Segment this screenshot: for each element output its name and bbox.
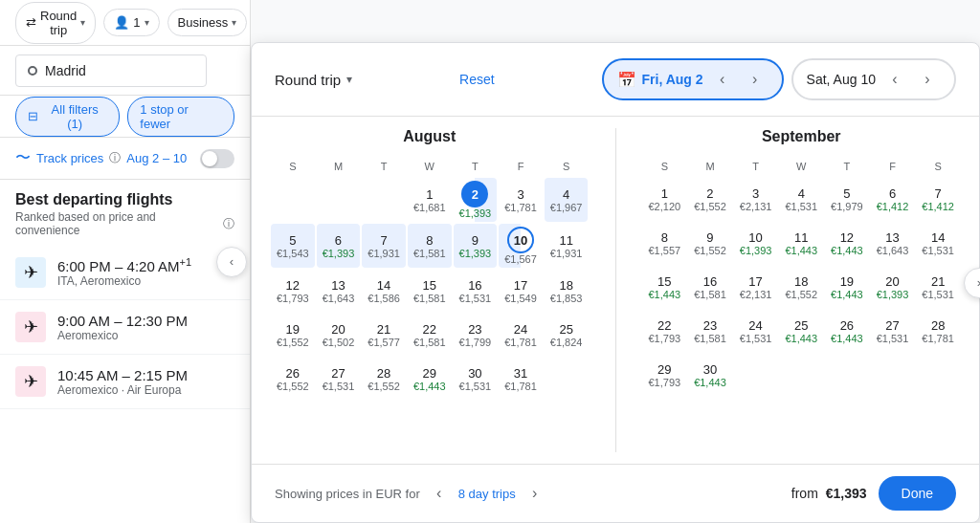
- best-flights-section: Best departing flights Ranked based on p…: [0, 180, 250, 245]
- aug-day-2[interactable]: 2€1,393: [454, 178, 498, 222]
- trip-duration-next-btn[interactable]: ›: [522, 480, 548, 507]
- date-to-next-btn[interactable]: ›: [914, 66, 941, 93]
- sep-day-4[interactable]: 4€1,531: [779, 178, 823, 220]
- all-filters-button[interactable]: ⊟ All filters (1): [15, 97, 120, 137]
- aug-day-19[interactable]: 19€1,552: [271, 314, 315, 356]
- aug-day-3[interactable]: 3€1,781: [499, 178, 543, 222]
- aug-day-1[interactable]: 1€1,681: [408, 178, 452, 222]
- aug-day-13[interactable]: 13€1,643: [317, 270, 361, 312]
- sep-day-23[interactable]: 23€1,581: [688, 310, 732, 352]
- aug-day-5[interactable]: 5€1,543: [271, 224, 315, 268]
- sep-day-12[interactable]: 12€1,443: [825, 222, 869, 264]
- aug-day-18[interactable]: 18€1,853: [545, 270, 589, 312]
- sep-day-8[interactable]: 8€1,557: [643, 222, 687, 264]
- aug-day-11[interactable]: 11€1,931: [545, 224, 589, 268]
- aug-day-6[interactable]: 6€1,393: [317, 224, 361, 268]
- aug-day-24[interactable]: 24€1,781: [499, 314, 543, 356]
- prev-nav-button[interactable]: ‹: [216, 247, 247, 277]
- sep-dow-s1: S: [643, 157, 687, 176]
- filter-icon: ⊟: [28, 109, 38, 123]
- aug-day-31[interactable]: 31€1,781: [499, 358, 543, 400]
- aug-day-20[interactable]: 20€1,502: [317, 314, 361, 356]
- sep-day-28[interactable]: 28€1,781: [916, 310, 960, 352]
- sep-day-18[interactable]: 18€1,552: [779, 266, 823, 308]
- calendar-divider: [615, 128, 616, 452]
- september-grid: S M T W T F S 1€2,120 2€1,552 3€2,131 4€…: [643, 157, 961, 396]
- sep-day-14[interactable]: 14€1,531: [916, 222, 960, 264]
- sep-dow-m1: M: [688, 157, 732, 176]
- aug-day-10[interactable]: 10€1,567: [499, 224, 543, 268]
- passengers-count: 1: [133, 15, 140, 30]
- aug-day-14[interactable]: 14€1,586: [362, 270, 406, 312]
- cal-date-to-pill[interactable]: Sat, Aug 10 ‹ ›: [791, 58, 956, 100]
- sep-day-26[interactable]: 26€1,443: [825, 310, 869, 352]
- aug-day-16[interactable]: 16€1,531: [454, 270, 498, 312]
- passengers-button[interactable]: 👤 1 ▾: [103, 9, 159, 36]
- calendar-footer: Showing prices in EUR for ‹ 8 day trips …: [252, 464, 979, 522]
- cal-date-pills: 📅 Fri, Aug 2 ‹ › Sat, Aug 10 ‹ ›: [602, 58, 956, 100]
- trip-type-button[interactable]: ⇄ Round trip ▾: [15, 2, 96, 44]
- cal-date-from-pill[interactable]: 📅 Fri, Aug 2 ‹ ›: [602, 58, 784, 100]
- flight-card-2[interactable]: ✈ 9:00 AM – 12:30 PM Aeromexico: [0, 300, 250, 355]
- sep-day-3[interactable]: 3€2,131: [734, 178, 778, 220]
- cal-reset-button[interactable]: Reset: [459, 72, 495, 87]
- aug-day-22[interactable]: 22€1,581: [408, 314, 452, 356]
- done-button[interactable]: Done: [879, 476, 956, 511]
- date-from-next-btn[interactable]: ›: [742, 66, 768, 93]
- flight-time-1: 6:00 PM – 4:20 AM+1: [57, 256, 191, 274]
- date-to-prev-btn[interactable]: ‹: [881, 66, 908, 93]
- trip-type-chevron: ▾: [80, 17, 85, 28]
- sep-day-19[interactable]: 19€1,443: [825, 266, 869, 308]
- aug-day-17[interactable]: 17€1,549: [499, 270, 543, 312]
- sep-day-15[interactable]: 15€1,443: [643, 266, 687, 308]
- sep-day-6[interactable]: 6€1,412: [871, 178, 915, 220]
- aug-day-27[interactable]: 27€1,531: [317, 358, 361, 400]
- aug-day-23[interactable]: 23€1,799: [454, 314, 498, 356]
- aug-day-7[interactable]: 7€1,931: [362, 224, 406, 268]
- trip-duration-prev-btn[interactable]: ‹: [426, 480, 453, 507]
- aug-day-12[interactable]: 12€1,793: [271, 270, 315, 312]
- stop-filter-chip[interactable]: 1 stop or fewer: [127, 97, 234, 137]
- aug-day-21[interactable]: 21€1,577: [362, 314, 406, 356]
- class-button[interactable]: Business ▾: [167, 9, 248, 36]
- aug-day-8[interactable]: 8€1,581: [408, 224, 452, 268]
- sep-day-21[interactable]: 21€1,531: [916, 266, 960, 308]
- dow-s2: S: [545, 157, 589, 176]
- sep-day-24[interactable]: 24€1,531: [734, 310, 778, 352]
- august-grid: S M T W T F S 1€1,681 2€1,393 3€1,781 4€…: [271, 157, 589, 400]
- aug-day-15[interactable]: 15€1,581: [408, 270, 452, 312]
- sep-day-25[interactable]: 25€1,443: [779, 310, 823, 352]
- sep-day-2[interactable]: 2€1,552: [688, 178, 732, 220]
- flight-card-3[interactable]: ✈ 10:45 AM – 2:15 PM Aeromexico · Air Eu…: [0, 355, 250, 409]
- aug-day-30[interactable]: 30€1,531: [454, 358, 498, 400]
- price-from-label: from €1,393: [791, 486, 867, 501]
- sep-day-27[interactable]: 27€1,531: [871, 310, 915, 352]
- origin-field[interactable]: Madrid: [15, 54, 207, 87]
- sep-day-22[interactable]: 22€1,793: [643, 310, 687, 352]
- aug-day-9[interactable]: 9€1,393: [454, 224, 498, 268]
- aug-day-29[interactable]: 29€1,443: [408, 358, 452, 400]
- sep-day-13[interactable]: 13€1,643: [871, 222, 915, 264]
- aug-day-4[interactable]: 4€1,967: [545, 178, 589, 222]
- sep-day-16[interactable]: 16€1,581: [688, 266, 732, 308]
- sep-day-17[interactable]: 17€2,131: [734, 266, 778, 308]
- sep-day-20[interactable]: 20€1,393: [871, 266, 915, 308]
- calendar-header: Round trip ▾ Reset 📅 Fri, Aug 2 ‹ › Sat,…: [252, 43, 979, 117]
- aug-day-28[interactable]: 28€1,552: [362, 358, 406, 400]
- aug-day-25[interactable]: 25€1,824: [545, 314, 589, 356]
- cal-trip-selector[interactable]: Round trip ▾: [275, 72, 352, 88]
- sep-day-11[interactable]: 11€1,443: [779, 222, 823, 264]
- flight-card-1[interactable]: ✈ 6:00 PM – 4:20 AM+1 ITA, Aeromexico: [0, 245, 250, 300]
- sep-day-7[interactable]: 7€1,412: [916, 178, 960, 220]
- sep-day-29[interactable]: 29€1,793: [643, 354, 687, 396]
- sep-day-10[interactable]: 10€1,393: [734, 222, 778, 264]
- sep-day-5[interactable]: 5€1,979: [825, 178, 869, 220]
- aug-day-26[interactable]: 26€1,552: [271, 358, 315, 400]
- sep-day-1[interactable]: 1€2,120: [643, 178, 687, 220]
- track-prices-toggle[interactable]: [200, 149, 234, 168]
- sep-day-30[interactable]: 30€1,443: [688, 354, 732, 396]
- date-from-prev-btn[interactable]: ‹: [709, 66, 736, 93]
- sep-dow-t2: T: [825, 157, 869, 176]
- origin-value: Madrid: [45, 63, 86, 78]
- sep-day-9[interactable]: 9€1,552: [688, 222, 732, 264]
